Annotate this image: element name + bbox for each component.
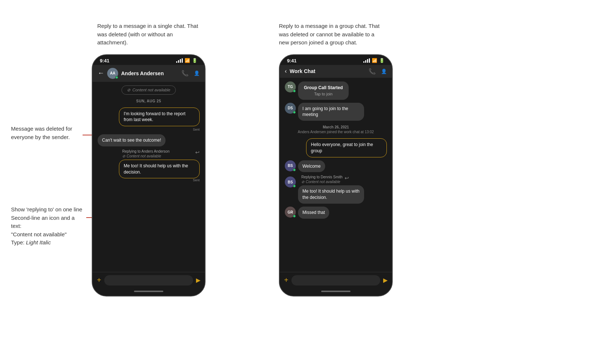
bs-blocked-icon: ⊘ [301, 180, 304, 184]
reply-sent-block: Replying to Anders Anderson ⊘ Content no… [119, 149, 200, 182]
tap-to-join[interactable]: Tap to join [304, 92, 343, 96]
gr-avatar: GR [285, 207, 296, 218]
sent-message-reply: Me too! It should help us with the decis… [119, 160, 200, 179]
gr-message-bubble: Missed that [298, 207, 329, 219]
phone1-time: 9:41 [100, 58, 109, 63]
phone2-phone-icon[interactable]: 📞 [368, 68, 376, 75]
phone2-description: Reply to a message in a group chat. That… [279, 22, 382, 47]
bs-reply-message: Me too! It should help us with the decis… [298, 185, 364, 204]
phone2-back-button[interactable]: ‹ [285, 68, 287, 74]
phone1-status-icons: 📶 🔋 [176, 58, 197, 63]
phone1-input-bar: + ▶ [92, 272, 205, 288]
phone2-chat-header: ‹ Work Chat 📞 👤 [280, 65, 392, 78]
gr-online [293, 215, 296, 218]
bs-reply-row: BS Replying to Dennis Smith ⊘ Content no… [285, 175, 387, 204]
march-date-info: March 26, 2021 Anders Andersen joined th… [285, 125, 387, 134]
battery-icon: 🔋 [192, 58, 197, 63]
home-bar [134, 291, 163, 292]
bs-welcome-row: BS Welcome [285, 160, 387, 172]
tg-avatar: TG [285, 81, 296, 92]
bs-reply-content: Replying to Dennis Smith ⊘ Content not a… [298, 175, 364, 204]
phone2-chat-body: TG Group Call Started Tap to join DS [280, 78, 392, 272]
phone2-status-icons: 📶 🔋 [363, 58, 385, 63]
online-indicator [115, 76, 118, 79]
group-chat-name: Work Chat [290, 68, 366, 74]
phone-call-icon[interactable]: 📞 [181, 70, 189, 77]
bs-reply-arrow: ↩ [345, 175, 349, 181]
ds-message-bubble: I am going to join to the meeting [298, 103, 364, 121]
reply-to-label: Replying to Anders Anderson [122, 149, 193, 153]
phone2-add-attachment-icon[interactable]: + [284, 276, 288, 284]
bs-online-1 [293, 168, 296, 171]
bs-welcome-bubble: Welcome [298, 160, 325, 172]
send-icon[interactable]: ▶ [196, 277, 200, 284]
add-person-icon[interactable]: 👤 [194, 70, 200, 76]
phone2-message-input[interactable] [291, 275, 380, 285]
phone2-time: 9:41 [287, 58, 297, 63]
ds-online [293, 111, 296, 114]
phone2-send-icon[interactable]: ▶ [383, 277, 388, 284]
phone2-input-bar: + ▶ [280, 272, 392, 288]
march-date-text: March 26, 2021 [285, 125, 387, 129]
phone2-home-bar [321, 291, 350, 292]
user-avatar: AA [107, 68, 118, 79]
group-call-bubble: Group Call Started Tap to join [298, 81, 349, 100]
phone2-mockup: 9:41 📶 🔋 ‹ Work Chat 📞 [279, 54, 393, 296]
back-button[interactable]: ← [98, 69, 104, 77]
wifi-icon: 📶 [185, 58, 190, 63]
sent-message-1: I'm looking forward to the report from l… [119, 108, 200, 127]
gr-message-row: GR Missed that [285, 207, 387, 219]
phone1-status-bar: 9:41 📶 🔋 [92, 55, 205, 65]
reply-unavailable-row: ⊘ Content not available [122, 154, 193, 158]
reply-unavailable-text: Content not available [127, 154, 161, 158]
sent-hello-message: Hello everyone, great to join the group [306, 138, 387, 157]
date-separator: SUN, AUG 25 [98, 99, 200, 103]
ds-message-row: DS I am going to join to the meeting [285, 103, 387, 121]
sent-label-1: Sent [193, 128, 200, 131]
phone2-home-indicator [280, 288, 392, 296]
blocked-circle-icon: ⊘ [127, 88, 130, 92]
joined-info-text: Anders Andersen joined the work chat at … [285, 130, 387, 134]
bs-avatar-2: BS [285, 176, 296, 188]
phone1-chat-body: ⊘ Content not available SUN, AUG 25 I'm … [92, 82, 205, 272]
ds-avatar: DS [285, 103, 296, 114]
group-call-row: TG Group Call Started Tap to join [285, 81, 387, 100]
bs-reply-unavailable: ⊘ Content not available [301, 180, 342, 184]
call-title: Group Call Started [304, 85, 343, 90]
reply-content: Replying to Anders Anderson ⊘ Content no… [122, 149, 193, 158]
phone2-wifi-icon: 📶 [372, 58, 377, 63]
content-not-available-pill: ⊘ Content not available [121, 85, 176, 95]
phone1-home-indicator [92, 288, 205, 296]
bs-online-2 [293, 185, 296, 188]
phone2-battery-icon: 🔋 [379, 58, 385, 63]
phone1-mockup: 9:41 📶 🔋 ← AA [92, 54, 206, 296]
phone2-signal-bars-icon [363, 58, 370, 63]
received-message-1: Can't wait to see the outcome! [98, 134, 166, 146]
phone1-chat-header: ← AA Anders Andersen 📞 👤 [92, 65, 205, 82]
signal-bars-icon [176, 58, 183, 63]
blocked-icon-reply: ⊘ [122, 154, 125, 158]
header-actions: 📞 👤 [181, 70, 200, 77]
add-attachment-icon[interactable]: + [97, 276, 101, 284]
tg-online [293, 90, 296, 92]
phone2-status-bar: 9:41 📶 🔋 [280, 55, 392, 65]
bs-avatar-1: BS [285, 160, 296, 171]
phone2-add-icon[interactable]: 👤 [381, 69, 387, 74]
phone2-header-actions: 📞 👤 [368, 68, 387, 75]
content-not-available-text: Content not available [132, 88, 170, 92]
message-input[interactable] [104, 275, 193, 285]
phone1-description: Reply to a message in a single chat. Tha… [97, 22, 200, 47]
annotation-replying-to: Show 'replying to' on one line Second-li… [11, 205, 84, 247]
bs-unavailable-text: Content not available [306, 180, 340, 184]
reply-arrow-icon: ↩ [195, 149, 200, 155]
sent-label-2: Sent [193, 178, 200, 182]
bs-reply-to-label: Replying to Dennis Smith [301, 175, 342, 179]
contact-name: Anders Andersen [121, 70, 178, 76]
annotation-deleted-message: Message was deleted for everyone by the … [11, 125, 81, 141]
